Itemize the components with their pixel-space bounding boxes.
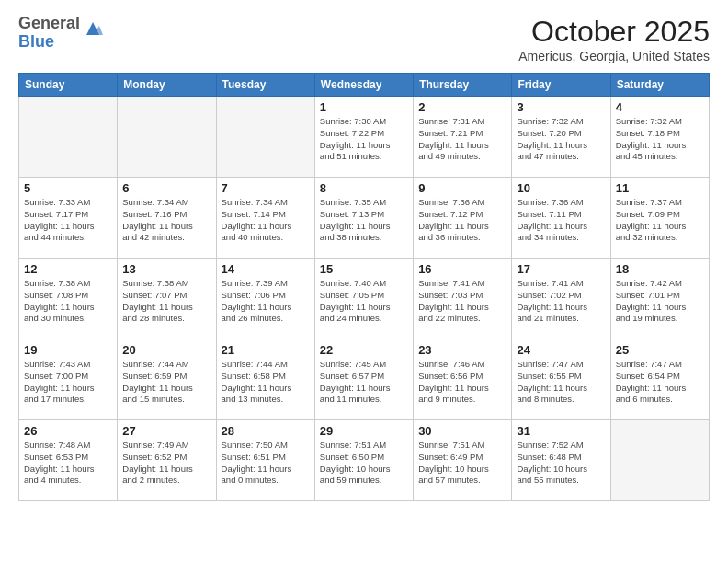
day-info: Sunrise: 7:34 AM Sunset: 7:16 PM Dayligh… <box>122 197 210 244</box>
table-row: 23Sunrise: 7:46 AM Sunset: 6:56 PM Dayli… <box>414 339 512 420</box>
calendar-body: 1Sunrise: 7:30 AM Sunset: 7:22 PM Daylig… <box>19 97 710 501</box>
page-container: General Blue October 2025 Americus, Geor… <box>0 0 728 563</box>
col-monday: Monday <box>118 74 216 97</box>
day-info: Sunrise: 7:39 AM Sunset: 7:06 PM Dayligh… <box>222 278 310 325</box>
table-row: 5Sunrise: 7:33 AM Sunset: 7:17 PM Daylig… <box>19 178 118 259</box>
title-block: October 2025 Americus, Georgia, United S… <box>518 15 710 63</box>
table-row: 17Sunrise: 7:41 AM Sunset: 7:02 PM Dayli… <box>512 259 610 339</box>
table-row <box>610 420 709 501</box>
day-number: 9 <box>418 181 506 195</box>
day-number: 8 <box>320 181 408 195</box>
month-title: October 2025 <box>518 15 710 49</box>
day-info: Sunrise: 7:37 AM Sunset: 7:09 PM Dayligh… <box>616 197 704 244</box>
day-number: 26 <box>24 424 112 438</box>
day-number: 19 <box>24 343 112 357</box>
table-row: 13Sunrise: 7:38 AM Sunset: 7:07 PM Dayli… <box>118 259 216 339</box>
table-row: 6Sunrise: 7:34 AM Sunset: 7:16 PM Daylig… <box>118 178 216 259</box>
table-row: 15Sunrise: 7:40 AM Sunset: 7:05 PM Dayli… <box>314 259 413 339</box>
day-number: 13 <box>122 262 210 276</box>
table-row: 24Sunrise: 7:47 AM Sunset: 6:55 PM Dayli… <box>512 339 610 420</box>
day-number: 18 <box>616 262 704 276</box>
day-number: 6 <box>122 181 210 195</box>
day-info: Sunrise: 7:41 AM Sunset: 7:03 PM Dayligh… <box>418 278 506 325</box>
table-row <box>216 97 314 178</box>
day-number: 2 <box>418 100 506 114</box>
logo: General Blue <box>18 15 103 52</box>
day-number: 1 <box>320 100 408 114</box>
day-number: 7 <box>222 181 310 195</box>
table-row: 16Sunrise: 7:41 AM Sunset: 7:03 PM Dayli… <box>414 259 512 339</box>
day-info: Sunrise: 7:49 AM Sunset: 6:52 PM Dayligh… <box>122 440 210 487</box>
day-number: 28 <box>222 424 310 438</box>
calendar-week-row: 12Sunrise: 7:38 AM Sunset: 7:08 PM Dayli… <box>19 259 710 339</box>
day-info: Sunrise: 7:35 AM Sunset: 7:13 PM Dayligh… <box>320 197 408 244</box>
calendar-week-row: 1Sunrise: 7:30 AM Sunset: 7:22 PM Daylig… <box>19 97 710 178</box>
logo-general: General <box>18 14 80 32</box>
day-number: 15 <box>320 262 408 276</box>
table-row: 2Sunrise: 7:31 AM Sunset: 7:21 PM Daylig… <box>414 97 512 178</box>
day-info: Sunrise: 7:47 AM Sunset: 6:55 PM Dayligh… <box>517 359 605 406</box>
day-number: 5 <box>24 181 112 195</box>
day-number: 10 <box>517 181 605 195</box>
day-number: 16 <box>418 262 506 276</box>
day-info: Sunrise: 7:32 AM Sunset: 7:20 PM Dayligh… <box>517 116 605 163</box>
day-info: Sunrise: 7:51 AM Sunset: 6:50 PM Dayligh… <box>320 440 408 487</box>
day-info: Sunrise: 7:42 AM Sunset: 7:01 PM Dayligh… <box>616 278 704 325</box>
day-info: Sunrise: 7:40 AM Sunset: 7:05 PM Dayligh… <box>320 278 408 325</box>
table-row <box>118 97 216 178</box>
table-row: 22Sunrise: 7:45 AM Sunset: 6:57 PM Dayli… <box>314 339 413 420</box>
day-number: 31 <box>517 424 605 438</box>
day-info: Sunrise: 7:50 AM Sunset: 6:51 PM Dayligh… <box>222 440 310 487</box>
day-info: Sunrise: 7:36 AM Sunset: 7:12 PM Dayligh… <box>418 197 506 244</box>
table-row: 26Sunrise: 7:48 AM Sunset: 6:53 PM Dayli… <box>19 420 118 501</box>
day-info: Sunrise: 7:44 AM Sunset: 6:58 PM Dayligh… <box>222 359 310 406</box>
header: General Blue October 2025 Americus, Geor… <box>18 15 710 63</box>
day-number: 30 <box>418 424 506 438</box>
table-row: 20Sunrise: 7:44 AM Sunset: 6:59 PM Dayli… <box>118 339 216 420</box>
day-info: Sunrise: 7:38 AM Sunset: 7:08 PM Dayligh… <box>24 278 112 325</box>
table-row: 11Sunrise: 7:37 AM Sunset: 7:09 PM Dayli… <box>610 178 709 259</box>
day-info: Sunrise: 7:51 AM Sunset: 6:49 PM Dayligh… <box>418 440 506 487</box>
day-number: 22 <box>320 343 408 357</box>
day-info: Sunrise: 7:38 AM Sunset: 7:07 PM Dayligh… <box>122 278 210 325</box>
day-number: 3 <box>517 100 605 114</box>
table-row: 8Sunrise: 7:35 AM Sunset: 7:13 PM Daylig… <box>314 178 413 259</box>
col-tuesday: Tuesday <box>216 74 314 97</box>
day-number: 24 <box>517 343 605 357</box>
table-row: 18Sunrise: 7:42 AM Sunset: 7:01 PM Dayli… <box>610 259 709 339</box>
table-row: 12Sunrise: 7:38 AM Sunset: 7:08 PM Dayli… <box>19 259 118 339</box>
calendar-table: Sunday Monday Tuesday Wednesday Thursday… <box>18 73 710 501</box>
day-info: Sunrise: 7:43 AM Sunset: 7:00 PM Dayligh… <box>24 359 112 406</box>
table-row: 25Sunrise: 7:47 AM Sunset: 6:54 PM Dayli… <box>610 339 709 420</box>
location: Americus, Georgia, United States <box>518 49 710 63</box>
col-thursday: Thursday <box>414 74 512 97</box>
day-number: 4 <box>616 100 704 114</box>
logo-icon <box>83 18 103 39</box>
logo-blue: Blue <box>18 32 54 51</box>
table-row: 4Sunrise: 7:32 AM Sunset: 7:18 PM Daylig… <box>610 97 709 178</box>
table-row: 3Sunrise: 7:32 AM Sunset: 7:20 PM Daylig… <box>512 97 610 178</box>
day-info: Sunrise: 7:52 AM Sunset: 6:48 PM Dayligh… <box>517 440 605 487</box>
col-wednesday: Wednesday <box>314 74 413 97</box>
day-info: Sunrise: 7:44 AM Sunset: 6:59 PM Dayligh… <box>122 359 210 406</box>
table-row: 29Sunrise: 7:51 AM Sunset: 6:50 PM Dayli… <box>314 420 413 501</box>
day-number: 11 <box>616 181 704 195</box>
calendar-header-row: Sunday Monday Tuesday Wednesday Thursday… <box>19 74 710 97</box>
day-number: 14 <box>222 262 310 276</box>
day-info: Sunrise: 7:31 AM Sunset: 7:21 PM Dayligh… <box>418 116 506 163</box>
day-info: Sunrise: 7:47 AM Sunset: 6:54 PM Dayligh… <box>616 359 704 406</box>
day-info: Sunrise: 7:33 AM Sunset: 7:17 PM Dayligh… <box>24 197 112 244</box>
day-info: Sunrise: 7:32 AM Sunset: 7:18 PM Dayligh… <box>616 116 704 163</box>
day-info: Sunrise: 7:36 AM Sunset: 7:11 PM Dayligh… <box>517 197 605 244</box>
calendar-week-row: 5Sunrise: 7:33 AM Sunset: 7:17 PM Daylig… <box>19 178 710 259</box>
day-number: 25 <box>616 343 704 357</box>
table-row: 27Sunrise: 7:49 AM Sunset: 6:52 PM Dayli… <box>118 420 216 501</box>
table-row: 1Sunrise: 7:30 AM Sunset: 7:22 PM Daylig… <box>314 97 413 178</box>
day-info: Sunrise: 7:46 AM Sunset: 6:56 PM Dayligh… <box>418 359 506 406</box>
calendar-week-row: 26Sunrise: 7:48 AM Sunset: 6:53 PM Dayli… <box>19 420 710 501</box>
day-info: Sunrise: 7:30 AM Sunset: 7:22 PM Dayligh… <box>320 116 408 163</box>
day-number: 12 <box>24 262 112 276</box>
day-info: Sunrise: 7:48 AM Sunset: 6:53 PM Dayligh… <box>24 440 112 487</box>
table-row: 30Sunrise: 7:51 AM Sunset: 6:49 PM Dayli… <box>414 420 512 501</box>
col-saturday: Saturday <box>610 74 709 97</box>
